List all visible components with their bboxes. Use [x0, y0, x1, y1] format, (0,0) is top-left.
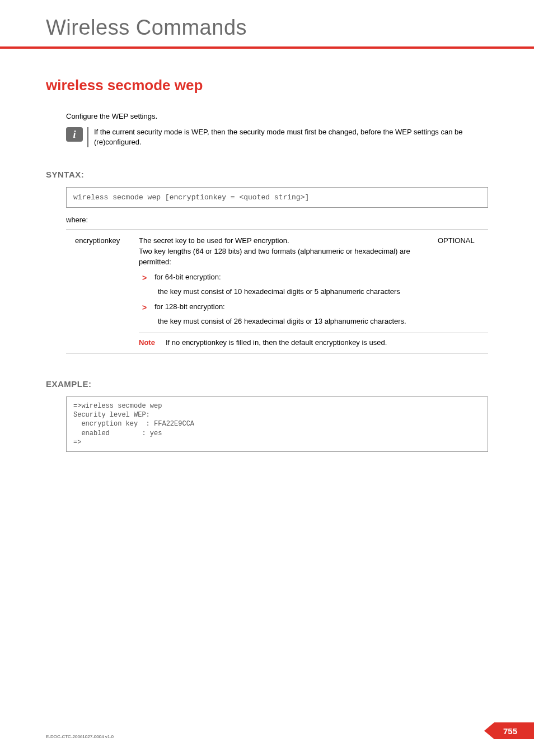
- list-item: > for 128-bit encryption:: [139, 302, 488, 313]
- parameter-table: encryptionkey The secret key to be used …: [66, 230, 488, 353]
- bullet-detail: the key must consist of 10 hexadecimal d…: [139, 287, 488, 297]
- info-note-text: If the current security mode is WEP, the…: [87, 127, 488, 147]
- arrow-left-icon: [484, 722, 494, 739]
- content-area: wireless secmode wep Configure the WEP s…: [0, 49, 534, 452]
- example-box: =>wireless secmode wep Security level WE…: [66, 396, 488, 452]
- bullet-detail: the key must consist of 26 hexadecimal d…: [139, 316, 488, 327]
- bullet-title: for 64-bit encryption:: [154, 272, 488, 283]
- info-note: i If the current security mode is WEP, t…: [66, 127, 488, 147]
- example-heading: EXAMPLE:: [46, 379, 488, 389]
- intro-text: Configure the WEP settings.: [66, 112, 488, 120]
- param-name: encryptionkey: [66, 236, 139, 246]
- command-title: wireless secmode wep: [46, 77, 488, 94]
- where-label: where:: [66, 216, 488, 224]
- doc-id: E-DOC-CTC-20061027-0004 v1.0: [46, 734, 114, 739]
- syntax-heading: SYNTAX:: [46, 170, 488, 179]
- note-label: Note: [139, 338, 166, 348]
- table-row: encryptionkey The secret key to be used …: [66, 236, 488, 268]
- syntax-box: wireless secmode wep [encryptionkey = <q…: [66, 187, 488, 208]
- bullet-title: for 128-bit encryption:: [154, 302, 488, 313]
- param-description: The secret key to be used for WEP encryp…: [139, 236, 438, 268]
- page-number: 755: [494, 722, 534, 739]
- info-icon: i: [66, 127, 83, 142]
- page-number-container: 755: [484, 722, 534, 739]
- list-item: > for 64-bit encryption:: [139, 272, 488, 283]
- note-row: Note If no encryptionkey is filled in, t…: [139, 333, 488, 348]
- param-optional: OPTIONAL: [438, 236, 488, 246]
- bullet-icon: >: [139, 302, 154, 313]
- bullet-icon: >: [139, 272, 154, 283]
- note-text: If no encryptionkey is filled in, then t…: [166, 338, 488, 348]
- footer: E-DOC-CTC-20061027-0004 v1.0 755: [0, 722, 534, 739]
- page-title: Wireless Commands: [0, 0, 534, 46]
